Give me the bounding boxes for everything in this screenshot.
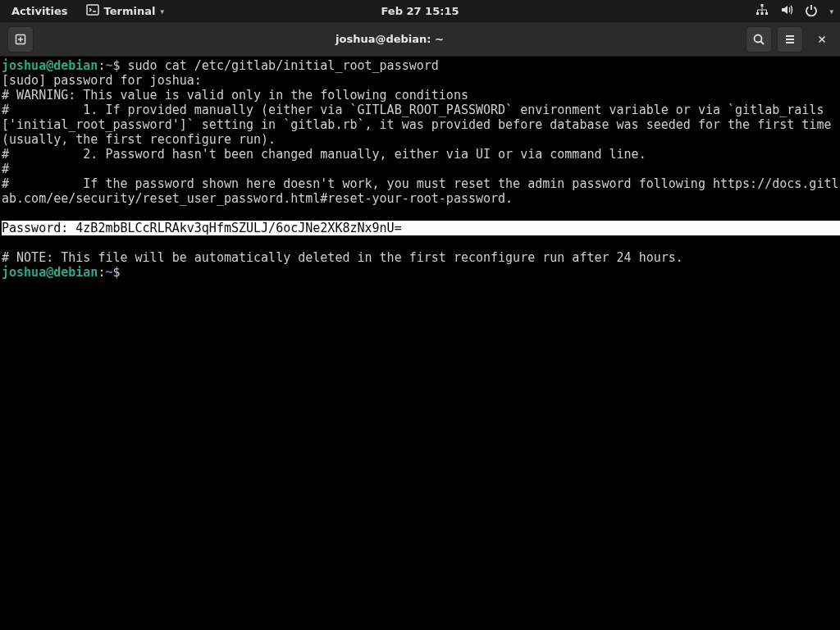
- power-icon: [805, 3, 818, 19]
- gnome-top-panel: Activities Terminal ▾ Feb 27 15:15: [0, 0, 840, 22]
- search-button[interactable]: [746, 26, 772, 52]
- output-line: # 1. If provided manually (either via `G…: [2, 103, 838, 147]
- output-blank: [2, 235, 9, 250]
- window-title: joshua@debian: ~: [36, 33, 743, 45]
- terminal-content[interactable]: joshua@debian:~$ sudo cat /etc/gitlab/in…: [0, 57, 840, 630]
- svg-rect-3: [761, 12, 764, 15]
- close-button[interactable]: [809, 26, 835, 52]
- system-tray[interactable]: ▾: [756, 3, 833, 19]
- output-line: # NOTE: This file will be automatically …: [2, 250, 683, 265]
- activities-button[interactable]: Activities: [7, 3, 73, 19]
- prompt-sigil: $: [112, 58, 127, 73]
- output-line: # 2. Password hasn't been changed manual…: [2, 147, 646, 162]
- prompt-userhost: joshua@debian: [2, 265, 98, 280]
- svg-rect-0: [87, 5, 98, 15]
- prompt-userhost: joshua@debian: [2, 58, 98, 73]
- app-menu-button[interactable]: Terminal ▾: [86, 3, 164, 19]
- prompt-sigil: $: [112, 265, 127, 280]
- output-line: #: [2, 162, 9, 176]
- command-text: sudo cat /etc/gitlab/initial_root_passwo…: [128, 58, 439, 73]
- terminal-icon: [86, 3, 99, 19]
- svg-rect-1: [761, 4, 764, 7]
- clock-button[interactable]: Feb 27 15:15: [381, 5, 459, 17]
- output-line: # If the password shown here doesn't wor…: [2, 176, 838, 206]
- password-line-highlighted: Password: 4zB2mbBLCcRLRAkv3qHfmSZULJ/6oc…: [2, 221, 840, 235]
- output-blank: [2, 206, 9, 221]
- network-icon: [756, 3, 769, 19]
- chevron-down-icon: ▾: [829, 7, 833, 16]
- svg-point-6: [755, 34, 762, 42]
- terminal-window: joshua@debian: ~ joshua@debian:~$ sudo c…: [0, 22, 840, 630]
- clock-label: Feb 27 15:15: [381, 5, 459, 17]
- new-tab-button[interactable]: [7, 26, 34, 52]
- volume-icon: [780, 3, 793, 19]
- window-titlebar: joshua@debian: ~: [0, 22, 840, 57]
- hamburger-menu-button[interactable]: [777, 26, 803, 52]
- output-line: # WARNING: This value is valid only in t…: [2, 88, 468, 103]
- chevron-down-icon: ▾: [160, 7, 164, 16]
- svg-rect-2: [756, 12, 759, 15]
- app-menu-label: Terminal: [104, 5, 156, 17]
- svg-rect-4: [765, 12, 768, 15]
- output-line: [sudo] password for joshua:: [2, 73, 202, 88]
